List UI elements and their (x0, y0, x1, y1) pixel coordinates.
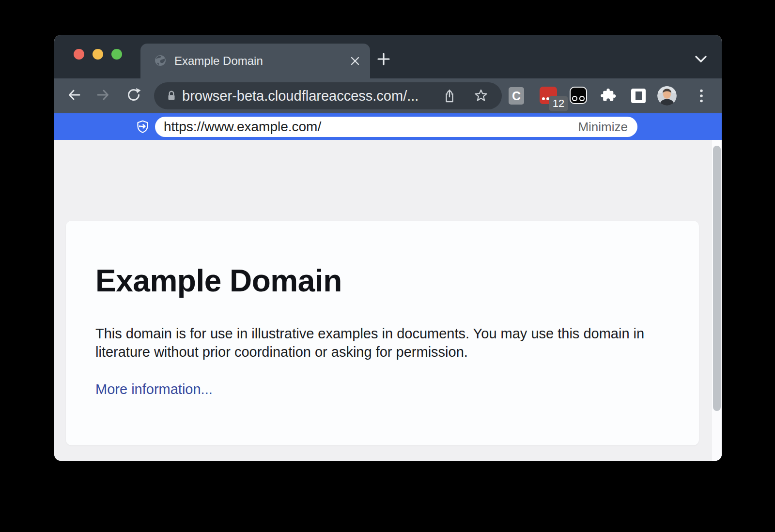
extensions-puzzle-icon[interactable] (601, 88, 616, 103)
close-window-button[interactable] (74, 49, 84, 60)
scrollbar-thumb[interactable] (713, 146, 721, 411)
glasses-extension-icon[interactable] (570, 87, 587, 104)
tab-close-icon[interactable] (350, 56, 360, 66)
page-body-text: This domain is for use in illustrative e… (95, 324, 652, 361)
new-tab-button[interactable] (377, 53, 390, 65)
side-panel-icon[interactable] (631, 89, 646, 103)
isolation-url-text[interactable]: https://www.example.com/ (164, 119, 321, 135)
browser-toolbar: browser-beta.cloudflareaccess.com/... C … (54, 78, 722, 113)
desktop: { "browser": { "tab": { "title": "Exampl… (0, 0, 775, 532)
zoom-window-button[interactable] (111, 49, 122, 60)
forward-button[interactable] (96, 88, 110, 102)
bookmark-star-icon[interactable] (474, 89, 488, 103)
minimize-window-button[interactable] (93, 49, 103, 60)
isolation-bar: https://www.example.com/ Minimize (54, 113, 722, 140)
browser-window: Example Domain (54, 35, 722, 461)
page-title: Example Domain (95, 265, 699, 296)
content-card: Example Domain This domain is for use in… (66, 221, 699, 445)
globe-icon (154, 54, 167, 67)
minimize-button[interactable]: Minimize (578, 120, 628, 135)
tab-search-chevron-icon[interactable] (695, 55, 707, 63)
back-button[interactable] (67, 88, 81, 102)
page-viewport: Example Domain This domain is for use in… (54, 140, 722, 461)
scrollbar-track[interactable] (712, 140, 722, 461)
isolation-address-bar[interactable]: https://www.example.com/ Minimize (155, 117, 637, 137)
profile-avatar[interactable] (657, 86, 677, 106)
browser-tab[interactable]: Example Domain (140, 44, 370, 78)
c-extension-icon[interactable]: C (509, 87, 524, 105)
browser-menu-kebab-icon[interactable] (698, 89, 704, 103)
reload-button[interactable] (126, 88, 141, 102)
more-information-link[interactable]: More information... (95, 381, 213, 397)
url-text[interactable]: browser-beta.cloudflareaccess.com/... (182, 82, 418, 109)
address-bar[interactable]: browser-beta.cloudflareaccess.com/... (154, 82, 502, 109)
shield-arrow-icon (136, 120, 149, 133)
tab-strip: Example Domain (54, 35, 722, 78)
extension-badge: 12 (549, 96, 568, 111)
lock-icon[interactable] (165, 89, 178, 103)
window-controls (74, 49, 122, 60)
tab-title: Example Domain (174, 44, 263, 78)
share-icon[interactable] (442, 89, 457, 103)
